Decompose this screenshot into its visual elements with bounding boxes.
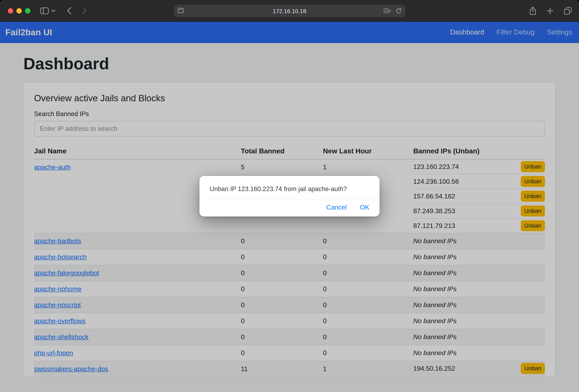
browser-toolbar: 172.16.10.18 A xyxy=(0,0,579,22)
unban-confirm-dialog: Unban IP 123.160.223.74 from jail apache… xyxy=(199,176,380,217)
new-tab-icon[interactable] xyxy=(547,7,554,14)
browser-window: 172.16.10.18 A Fail2ban xyxy=(0,0,579,392)
close-window-button[interactable] xyxy=(8,8,13,13)
dialog-message: Unban IP 123.160.223.74 from jail apache… xyxy=(199,176,380,200)
sidebar-toggle-icon[interactable] xyxy=(40,7,49,14)
share-icon[interactable] xyxy=(529,6,536,15)
traffic-lights xyxy=(8,8,30,13)
minimize-window-button[interactable] xyxy=(16,8,22,13)
reload-icon[interactable] xyxy=(395,8,402,14)
chevron-down-icon[interactable] xyxy=(51,9,55,12)
dialog-cancel-button[interactable]: Cancel xyxy=(326,204,347,211)
zoom-window-button[interactable] xyxy=(25,8,30,13)
page-format-icon[interactable] xyxy=(177,8,184,13)
tab-overview-icon[interactable] xyxy=(564,7,572,14)
forward-button-icon[interactable] xyxy=(82,7,87,14)
dialog-ok-button[interactable]: OK xyxy=(360,204,369,211)
dialog-footer: Cancel OK xyxy=(199,200,380,217)
svg-text:A: A xyxy=(385,9,387,12)
address-bar[interactable]: 172.16.10.18 A xyxy=(174,4,405,17)
back-button-icon[interactable] xyxy=(67,7,72,14)
address-bar-url: 172.16.10.18 xyxy=(273,7,306,14)
translate-icon[interactable]: A xyxy=(383,8,391,14)
